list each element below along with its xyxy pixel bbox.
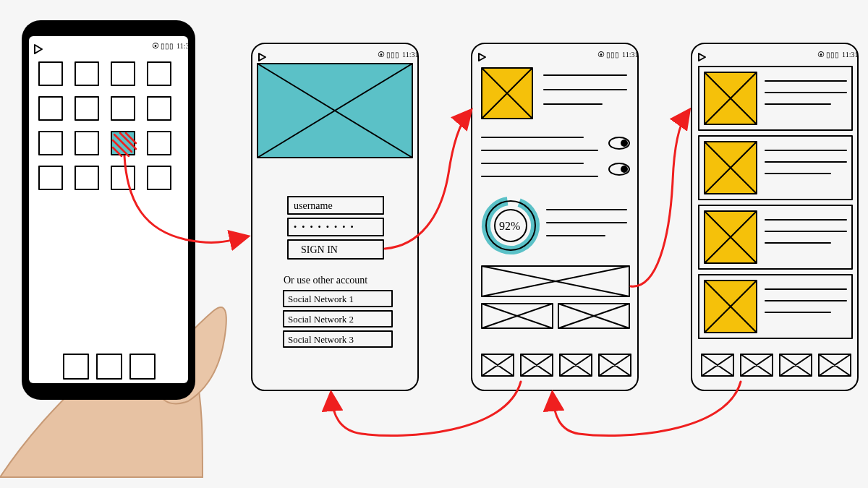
wireframe-dashboard-screen: ⦿▯▯▯ 11:31 92% [472, 43, 638, 390]
svg-text:username: username [294, 200, 333, 211]
wireframe-login-screen: ⦿▯▯▯ 11:31 username • • • • • • • • SIGN… [252, 43, 418, 390]
list-item[interactable] [699, 67, 852, 130]
svg-text:⦿: ⦿ [597, 51, 605, 59]
signin-button[interactable]: SIGN IN [288, 240, 383, 259]
avatar-placeholder [482, 68, 532, 119]
username-field[interactable]: username [288, 197, 383, 214]
settings-rows [482, 137, 597, 176]
wireframe-list-screen: ⦿▯▯▯ 11:31 [692, 43, 858, 390]
password-field[interactable]: • • • • • • • • [288, 218, 383, 236]
list-item[interactable] [699, 275, 852, 338]
bottom-nav[interactable] [702, 354, 851, 376]
hero-image-placeholder [258, 64, 412, 158]
battery-icon: ▯▯▯ [161, 42, 174, 50]
svg-text:⦿: ⦿ [378, 51, 385, 59]
svg-text:▯▯▯: ▯▯▯ [606, 51, 619, 59]
status-time: 11:31 [402, 51, 418, 59]
svg-text:⦿: ⦿ [817, 51, 825, 59]
header-text-lines [544, 75, 626, 104]
svg-text:▯▯▯: ▯▯▯ [826, 51, 839, 59]
svg-point-24 [621, 140, 628, 147]
alt-account-label: Or use other account [284, 275, 367, 286]
highlighted-app-icon[interactable] [111, 132, 136, 156]
social-network-3-button[interactable]: Social Network 3 [284, 331, 392, 347]
list-item[interactable] [699, 136, 852, 200]
status-time: 11:31 [176, 42, 192, 50]
progress-text-lines [547, 210, 626, 236]
social-network-1-button[interactable]: Social Network 1 [284, 291, 392, 307]
toggle-2[interactable] [609, 163, 629, 175]
content-box-row [482, 304, 629, 328]
flow-arrows [124, 113, 741, 435]
social-network-2-button[interactable]: Social Network 2 [284, 311, 392, 327]
svg-text:SIGN IN: SIGN IN [301, 244, 338, 255]
svg-text:Social Network 3: Social Network 3 [288, 334, 354, 345]
progress-ring: 92% [479, 194, 542, 257]
svg-text:• • • • • • • •: • • • • • • • • [294, 222, 355, 232]
svg-rect-1 [29, 36, 188, 383]
svg-text:Social Network 1: Social Network 1 [288, 294, 354, 304]
toggle-1[interactable] [609, 137, 629, 149]
list-item[interactable] [699, 205, 852, 269]
svg-point-26 [621, 166, 628, 173]
bottom-nav[interactable] [482, 354, 631, 376]
wifi-icon: ⦿ [152, 42, 159, 50]
physical-phone: ⦿ ▯▯▯ 11:31 [22, 20, 195, 400]
svg-text:Social Network 2: Social Network 2 [288, 314, 354, 325]
status-time: 11:31 [622, 51, 638, 59]
svg-text:92%: 92% [499, 220, 520, 232]
svg-text:▯▯▯: ▯▯▯ [386, 51, 399, 59]
content-box-1 [482, 266, 629, 296]
status-time: 11:31 [842, 51, 858, 59]
